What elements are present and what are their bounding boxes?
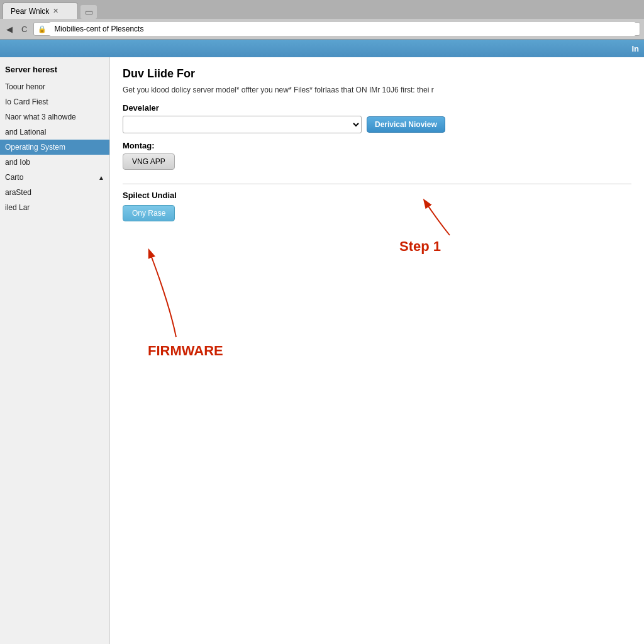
sidebar-item-label: and Iob bbox=[5, 158, 30, 167]
content-description: Get you klood dolicy server model* offte… bbox=[123, 86, 631, 94]
sidebar-item-label: Toour henor bbox=[5, 82, 45, 91]
step1-annotation: Step 1 bbox=[399, 238, 441, 255]
sidebar-item-iled-lar[interactable]: iled Lar bbox=[0, 200, 109, 215]
lock-icon: 🔒 bbox=[38, 25, 47, 33]
page-title: Duv Liide For bbox=[123, 67, 631, 80]
chevron-up-icon: ▲ bbox=[98, 174, 104, 181]
sidebar-item-label: Io Card Fiest bbox=[5, 97, 48, 106]
sidebar-item-operating-system[interactable]: Operating System bbox=[0, 140, 109, 155]
sidebar-item-label: Carto bbox=[5, 173, 23, 182]
sidebar-item-and-lational[interactable]: and Lational bbox=[0, 125, 109, 140]
tab-bar: Pear Wnick ✕ ▭ bbox=[0, 0, 644, 19]
sidebar-item-label: Operating System bbox=[5, 143, 65, 152]
main-layout: Server herest Toour henor Io Card Fiest … bbox=[0, 57, 644, 644]
developer-label: Develaler bbox=[123, 103, 631, 113]
sidebar-item-naor-what[interactable]: Naor what 3 alhowde bbox=[0, 109, 109, 125]
sidebar-item-toour-henor[interactable]: Toour henor bbox=[0, 79, 109, 94]
content-area: Duv Liide For Get you klood dolicy serve… bbox=[110, 57, 644, 644]
spilect-label: Spilect Undial bbox=[123, 191, 631, 200]
browser-chrome: Pear Wnick ✕ ▭ ◀ C 🔒 bbox=[0, 0, 644, 40]
accent-bar: In bbox=[0, 40, 644, 57]
firmware-annotation: FIRMWARE bbox=[148, 343, 223, 359]
accent-text: In bbox=[631, 44, 639, 53]
tab-title: Pear Wnick bbox=[11, 7, 49, 16]
sidebar-item-label: araSted bbox=[5, 188, 31, 197]
derive-button[interactable]: Derivical Nioview bbox=[367, 116, 445, 133]
refresh-button[interactable]: C bbox=[19, 23, 30, 35]
developer-select[interactable] bbox=[123, 116, 362, 133]
sidebar-item-label: iled Lar bbox=[5, 203, 30, 212]
sidebar-item-label: and Lational bbox=[5, 128, 46, 136]
browser-tab[interactable]: Pear Wnick ✕ bbox=[3, 3, 78, 19]
ony-rase-button[interactable]: Ony Rase bbox=[123, 205, 175, 221]
sidebar-title: Server herest bbox=[0, 62, 109, 79]
firmware-arrow bbox=[129, 243, 204, 343]
montag-button[interactable]: VNG APP bbox=[123, 153, 175, 170]
tab-close-button[interactable]: ✕ bbox=[53, 7, 58, 15]
sidebar-item-ara-sted[interactable]: araSted bbox=[0, 185, 109, 200]
section-divider bbox=[123, 184, 631, 184]
sidebar-item-label: Naor what 3 alhowde bbox=[5, 113, 76, 121]
address-bar: ◀ C 🔒 bbox=[0, 19, 644, 39]
back-button[interactable]: ◀ bbox=[4, 23, 15, 35]
new-tab-button[interactable]: ▭ bbox=[80, 5, 97, 19]
developer-row: Derivical Nioview bbox=[123, 116, 631, 133]
sidebar: Server herest Toour henor Io Card Fiest … bbox=[0, 57, 110, 644]
montag-label: Montag: bbox=[123, 141, 631, 150]
sidebar-item-carto[interactable]: Carto ▲ bbox=[0, 170, 109, 185]
sidebar-item-io-card-fiest[interactable]: Io Card Fiest bbox=[0, 94, 109, 109]
address-input[interactable] bbox=[49, 22, 636, 36]
sidebar-item-and-iob[interactable]: and Iob bbox=[0, 155, 109, 170]
step1-arrow bbox=[412, 194, 462, 238]
